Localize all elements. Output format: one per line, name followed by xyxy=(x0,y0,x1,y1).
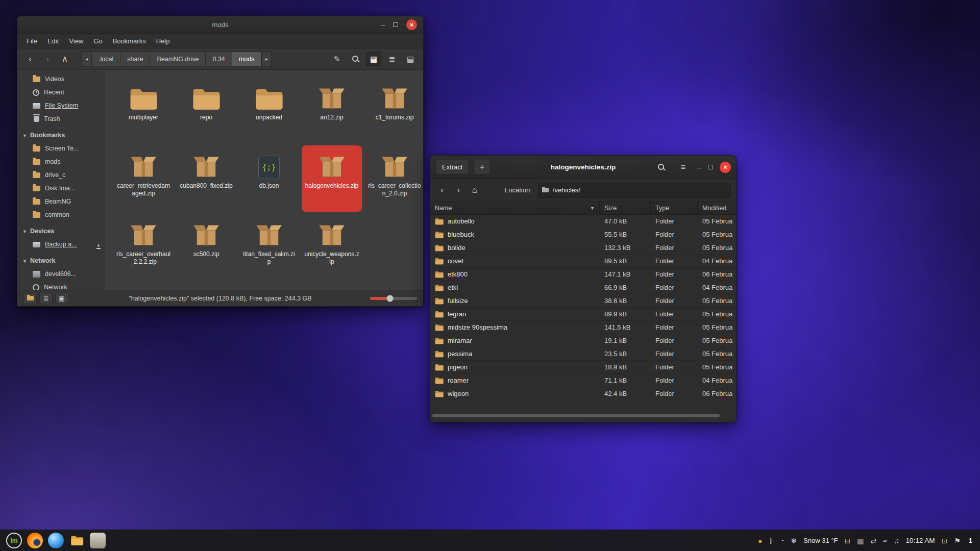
treeview-toggle-button[interactable]: ≣ xyxy=(39,293,53,304)
sidebar-item[interactable]: ▾ Videos xyxy=(17,72,105,86)
compact-view-button[interactable]: ▤ xyxy=(403,52,418,66)
extract-button[interactable]: Extract xyxy=(435,160,469,174)
places-toggle-button[interactable] xyxy=(23,293,37,304)
breadcrumb-segment[interactable]: 0.34 xyxy=(206,52,232,66)
breadcrumb-segment[interactable]: mods xyxy=(232,52,262,66)
file-tile[interactable]: {;} c1_forums.zip xyxy=(364,77,423,143)
sidebar-item[interactable]: ▾ BeamNG xyxy=(17,195,105,208)
archive-minimize-button[interactable]: – xyxy=(697,164,701,171)
sidebar-item[interactable]: ▾ drive_c xyxy=(17,168,105,182)
file-tile[interactable]: {;} unpacked xyxy=(239,77,299,143)
archive-row[interactable]: fullsize 38.6 kB Folder 05 Februa xyxy=(430,294,736,308)
zoom-slider[interactable] xyxy=(370,297,417,300)
file-tile[interactable]: {;} career_retrievedamaged.zip xyxy=(113,145,174,212)
breadcrumb-scroll-left-icon[interactable]: ◂ xyxy=(82,52,92,66)
file-tile[interactable]: {;} unicycle_weapons.zip xyxy=(302,214,362,280)
file-tile[interactable]: {;} sc500.zip xyxy=(176,214,236,280)
sidebar-item[interactable]: ▾ Disk Ima... xyxy=(17,182,105,195)
eject-icon[interactable] xyxy=(96,241,101,248)
archive-row[interactable]: wigeon 42.4 kB Folder 06 Februa xyxy=(430,387,736,400)
archive-headerbar[interactable]: Extract + halogenvehicles.zip ≡ – × xyxy=(430,156,736,179)
column-header-size[interactable]: Size xyxy=(600,202,651,214)
tray-icon[interactable]: ◔ xyxy=(780,537,784,544)
sidebar-item[interactable]: ▾ Screen Te... xyxy=(17,142,105,155)
tray-icon[interactable]: ▦ xyxy=(857,537,864,544)
mint-menu-button[interactable]: lm xyxy=(6,533,22,548)
maximize-button[interactable] xyxy=(393,22,398,27)
breadcrumb-segment[interactable]: .local xyxy=(92,52,120,66)
archive-row[interactable]: miramar 19.1 kB Folder 05 Februa xyxy=(430,334,736,347)
zoom-slider-handle[interactable] xyxy=(386,295,394,302)
sidebar-item[interactable]: ▾ File System xyxy=(17,99,105,112)
tray-icon[interactable]: ⇄ xyxy=(871,537,877,544)
breadcrumb-scroll-right-icon[interactable]: ▸ xyxy=(261,52,272,66)
file-tile[interactable]: {;} halogenvehicles.zip xyxy=(302,145,362,212)
sidebar-item[interactable]: ▾ devel606... xyxy=(17,267,105,281)
menu-item[interactable]: Bookmarks xyxy=(108,35,151,47)
tray-icon[interactable]: ♫ xyxy=(894,537,899,544)
archive-back-icon[interactable]: ‹ xyxy=(435,183,449,197)
column-header-type[interactable]: Type xyxy=(651,202,698,214)
column-header-modified[interactable]: Modified xyxy=(698,202,736,214)
section-collapse-icon[interactable]: ▾ xyxy=(23,258,26,264)
sidebar-item[interactable]: ▾ Devices xyxy=(17,224,105,238)
archive-row[interactable]: bluebuck 55.5 kB Folder 05 Februa xyxy=(430,228,736,241)
clock[interactable]: 10:12 AM xyxy=(905,537,935,544)
window-launcher-icon[interactable] xyxy=(90,533,106,548)
sidebar-item[interactable]: ▾ Recent xyxy=(17,86,105,99)
archive-row[interactable]: legran 89.9 kB Folder 05 Februa xyxy=(430,308,736,321)
menu-item[interactable]: Edit xyxy=(42,35,64,47)
archive-row[interactable]: bolide 132.3 kB Folder 05 Februa xyxy=(430,241,736,255)
archive-row[interactable]: etk800 147.1 kB Folder 06 Februa xyxy=(430,268,736,281)
file-tile[interactable]: {;} an12.zip xyxy=(302,77,362,143)
archive-row[interactable]: autobello 47.0 kB Folder 05 Februa xyxy=(430,215,736,228)
section-collapse-icon[interactable]: ▾ xyxy=(23,133,26,138)
location-entry-icon[interactable]: ✎ xyxy=(329,52,345,66)
breadcrumb-segment[interactable]: share xyxy=(120,52,150,66)
column-header-name[interactable]: Name ▼ xyxy=(430,202,600,214)
sidebar-item[interactable]: ▾ Network xyxy=(17,254,105,267)
horizontal-scrollbar[interactable] xyxy=(432,414,720,417)
menu-item[interactable]: View xyxy=(64,35,88,47)
close-button[interactable]: × xyxy=(406,19,417,30)
list-view-button[interactable]: ≣ xyxy=(384,52,400,66)
menu-item[interactable]: File xyxy=(21,35,42,47)
workspace-badge[interactable]: 1 xyxy=(967,537,974,544)
file-tile[interactable]: {;} rls_career_collection_2.0.zip xyxy=(364,145,423,212)
sidebar-item[interactable]: ▾ mods xyxy=(17,155,105,168)
tray-icon[interactable]: ᛒ xyxy=(769,537,773,544)
sidebar-item[interactable]: ▾ common xyxy=(17,208,105,221)
file-tile[interactable]: {;} repo xyxy=(176,77,236,143)
menu-item[interactable]: Go xyxy=(88,35,107,47)
archive-maximize-button[interactable] xyxy=(708,165,713,169)
archive-row[interactable]: etki 66.9 kB Folder 04 Februa xyxy=(430,281,736,294)
weather-text[interactable]: Snow 31 °F xyxy=(803,537,838,544)
minimize-button[interactable]: – xyxy=(381,21,385,29)
up-icon[interactable]: ∧ xyxy=(57,52,72,66)
tray-icon[interactable]: ● xyxy=(758,537,762,544)
location-input[interactable] xyxy=(538,183,731,198)
tray-icon[interactable]: ⚑ xyxy=(954,537,961,544)
archive-forward-icon[interactable]: › xyxy=(452,183,465,197)
file-tile[interactable]: {;} db.json xyxy=(239,145,299,212)
archive-row[interactable]: pigeon 18.9 kB Folder 05 Februa xyxy=(430,361,736,374)
file-tile[interactable]: {;} titan_fixed_salim.zip xyxy=(239,214,299,280)
back-icon[interactable]: ‹ xyxy=(22,52,38,66)
grid-view-button[interactable]: ▦ xyxy=(366,52,381,66)
file-manager-titlebar[interactable]: mods – × xyxy=(17,16,423,34)
archive-close-button[interactable]: × xyxy=(720,162,731,173)
archive-row[interactable]: pessima 23.5 kB Folder 05 Februa xyxy=(430,347,736,361)
add-files-button[interactable]: + xyxy=(473,160,491,174)
file-tile[interactable]: {;} cuban800_fixed.zip xyxy=(176,145,236,212)
menu-item[interactable]: Help xyxy=(151,35,175,47)
forward-icon[interactable]: › xyxy=(40,52,55,66)
tray-icon[interactable]: ⊟ xyxy=(845,537,851,544)
archive-row[interactable]: roamer 71.1 kB Folder 04 Februa xyxy=(430,374,736,387)
sidebar-item[interactable]: ▾ Network xyxy=(17,281,105,290)
sidebar-item[interactable]: ▾ Backup a... xyxy=(17,238,105,251)
archive-search-icon[interactable] xyxy=(653,160,669,174)
archive-row[interactable]: midsize 90spessima 141.5 kB Folder 05 Fe… xyxy=(430,321,736,334)
file-tile[interactable]: {;} multiplayer xyxy=(113,77,174,143)
tray-icon[interactable]: ≈ xyxy=(883,537,887,544)
file-tile[interactable]: {;} rls_career_overhaul_2.2.2.zip xyxy=(113,214,174,280)
